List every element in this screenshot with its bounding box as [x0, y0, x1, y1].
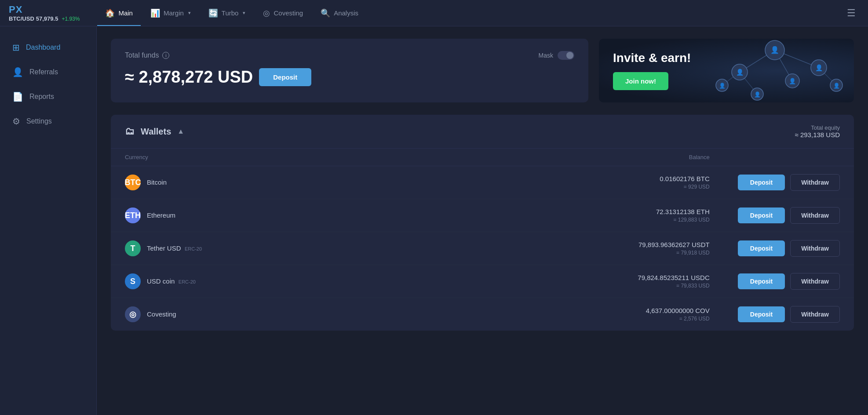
sidebar-label-referrals: Referrals [29, 68, 58, 76]
main-content: Total funds i Mask ≈ 2,878,272 USD Depos… [97, 26, 868, 415]
nav-item-analysis[interactable]: 🔍 Analysis [313, 5, 366, 22]
wallets-label: Wallets [141, 127, 171, 137]
invite-content: Invite & earn! Join now! [613, 51, 691, 90]
nav-item-margin[interactable]: 📊 Margin ▾ [142, 5, 199, 22]
total-amount-value: ≈ 2,878,272 USD [125, 68, 253, 87]
deposit-button-0[interactable]: Deposit [738, 175, 785, 190]
home-icon: 🏠 [105, 8, 115, 18]
table-row: ETH Ethereum 72.31312138 ETH = 129,883 U… [111, 199, 854, 232]
nav-item-covesting[interactable]: ◎ Covesting [255, 5, 311, 22]
network-svg: 👤 👤 👤 👤 👤 👤 👤 [704, 39, 845, 102]
mask-switch[interactable] [558, 51, 574, 60]
coin-icon-s: S [125, 273, 141, 289]
balance-primary-0: 0.01602176 BTC [439, 175, 710, 182]
balance-cell-4: 4,637.00000000 COV = 2,576 USD [425, 298, 724, 331]
svg-text:👤: 👤 [736, 69, 744, 76]
table-row: ◎ Covesting 4,637.00000000 COV = 2,576 U… [111, 298, 854, 331]
logo-pair: BTC/USD [9, 15, 34, 22]
currency-tag-3: ERC-20 [179, 279, 196, 284]
coin-icon-t: T [125, 240, 141, 256]
logo-price: 57,979.5 [36, 15, 58, 22]
svg-text:👤: 👤 [789, 77, 796, 85]
currency-cell-2: T Tether USD ERC-20 [111, 232, 425, 265]
action-cell-4: Deposit Withdraw [724, 298, 854, 331]
currency-name-3: USD coin [147, 277, 175, 285]
withdraw-button-1[interactable]: Withdraw [790, 207, 840, 224]
deposit-button-2[interactable]: Deposit [738, 240, 785, 256]
total-equity-label: Total equity [811, 124, 840, 131]
balance-cell-2: 79,893.96362627 USDT = 79,918 USD [425, 232, 724, 265]
balance-usd-4: = 2,576 USD [439, 316, 710, 322]
coin-icon-btc: BTC [125, 175, 141, 190]
balance-primary-2: 79,893.96362627 USDT [439, 241, 710, 248]
total-funds-label: Total funds [125, 51, 159, 59]
currency-name-0: Bitcoin [147, 178, 167, 186]
col-currency: Currency [111, 149, 425, 166]
reports-icon: 📄 [12, 91, 23, 102]
sidebar: ⊞ Dashboard 👤 Referrals 📄 Reports ⚙ Sett… [0, 26, 97, 415]
balance-usd-0: = 929 USD [439, 184, 710, 190]
top-nav: PX BTC/USD 57,979.5 +1.93% 🏠 Main 📊 Marg… [0, 0, 868, 26]
withdraw-button-4[interactable]: Withdraw [790, 306, 840, 323]
currency-cell-4: ◎ Covesting [111, 298, 425, 331]
col-balance: Balance [425, 149, 724, 166]
action-cell-0: Deposit Withdraw [724, 166, 854, 199]
deposit-button-1[interactable]: Deposit [738, 208, 785, 223]
sidebar-item-settings[interactable]: ⚙ Settings [0, 109, 96, 134]
action-cell-2: Deposit Withdraw [724, 232, 854, 265]
balance-usd-1: = 129,883 USD [439, 217, 710, 223]
nav-label-main: Main [118, 9, 133, 17]
withdraw-button-2[interactable]: Withdraw [790, 240, 840, 257]
total-amount-row: ≈ 2,878,272 USD Deposit [125, 68, 574, 87]
sidebar-item-reports[interactable]: 📄 Reports [0, 84, 96, 109]
nav-label-covesting: Covesting [274, 9, 303, 17]
invite-card: Invite & earn! Join now! [599, 39, 854, 102]
currency-name-1: Ethereum [147, 211, 175, 219]
svg-text:👤: 👤 [833, 82, 840, 89]
dashboard-icon: ⊞ [12, 42, 20, 53]
deposit-button-4[interactable]: Deposit [738, 306, 785, 322]
nav-item-turbo[interactable]: 🔄 Turbo ▾ [201, 5, 254, 22]
sidebar-item-referrals[interactable]: 👤 Referrals [0, 60, 96, 84]
hamburger-menu[interactable]: ☰ [843, 4, 859, 22]
wallets-header: 🗂 Wallets ▲ Total equity ≈ 293,138 USD [111, 115, 854, 149]
invite-title: Invite & earn! [613, 51, 691, 65]
sidebar-label-reports: Reports [29, 93, 54, 101]
nav-items: 🏠 Main 📊 Margin ▾ 🔄 Turbo ▾ ◎ Covesting … [97, 5, 470, 22]
nav-label-turbo: Turbo [222, 9, 239, 17]
currency-name-4: Covesting [147, 310, 176, 318]
total-funds-card: Total funds i Mask ≈ 2,878,272 USD Depos… [111, 39, 588, 102]
sidebar-item-dashboard[interactable]: ⊞ Dashboard [0, 35, 96, 60]
table-row: BTC Bitcoin 0.01602176 BTC = 929 USD Dep… [111, 166, 854, 199]
deposit-button-large[interactable]: Deposit [259, 68, 311, 86]
coin-icon-◎: ◎ [125, 306, 141, 322]
invite-illustration: 👤 👤 👤 👤 👤 👤 👤 [704, 39, 845, 102]
card-header: Total funds i Mask [125, 51, 574, 60]
info-icon[interactable]: i [162, 52, 169, 59]
nav-label-margin: Margin [164, 9, 184, 17]
action-cell-1: Deposit Withdraw [724, 199, 854, 232]
balance-usd-2: = 79,918 USD [439, 250, 710, 256]
withdraw-button-3[interactable]: Withdraw [790, 273, 840, 290]
top-row: Total funds i Mask ≈ 2,878,272 USD Depos… [111, 39, 854, 102]
svg-text:👤: 👤 [754, 91, 761, 98]
svg-text:👤: 👤 [815, 64, 823, 72]
total-equity-value: ≈ 293,138 USD [795, 131, 840, 138]
main-layout: ⊞ Dashboard 👤 Referrals 📄 Reports ⚙ Sett… [0, 26, 868, 415]
nav-label-analysis: Analysis [334, 9, 358, 17]
deposit-button-3[interactable]: Deposit [738, 273, 785, 289]
balance-cell-0: 0.01602176 BTC = 929 USD [425, 166, 724, 199]
wallet-table: Currency Balance BTC Bitcoin [111, 149, 854, 331]
wallets-title[interactable]: 🗂 Wallets ▲ [125, 126, 184, 137]
nav-item-main[interactable]: 🏠 Main [97, 5, 141, 22]
logo-area[interactable]: PX BTC/USD 57,979.5 +1.93% [9, 4, 80, 22]
turbo-icon: 🔄 [208, 8, 218, 18]
balance-cell-1: 72.31312138 ETH = 129,883 USD [425, 199, 724, 232]
mask-toggle[interactable]: Mask [539, 51, 574, 60]
currency-cell-0: BTC Bitcoin [111, 166, 425, 199]
card-title: Total funds i [125, 51, 169, 59]
balance-primary-1: 72.31312138 ETH [439, 208, 710, 215]
join-now-button[interactable]: Join now! [613, 72, 668, 90]
withdraw-button-0[interactable]: Withdraw [790, 174, 840, 191]
chevron-down-icon: ▾ [188, 10, 191, 16]
